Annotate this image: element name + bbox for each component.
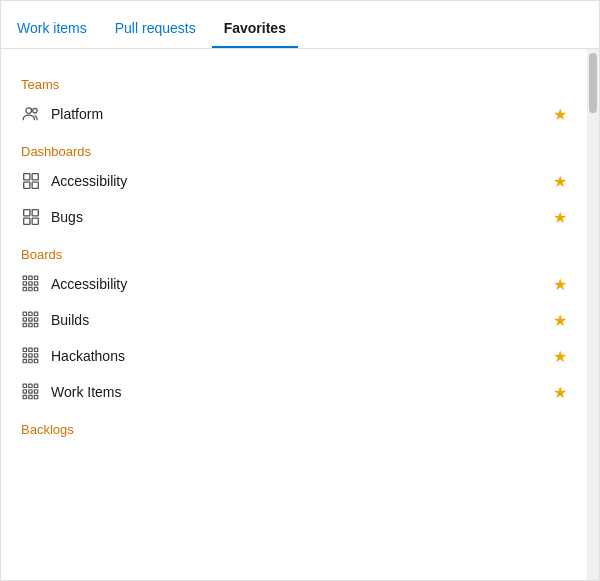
svg-rect-25 — [23, 323, 26, 326]
star-icon-platform[interactable]: ★ — [553, 105, 567, 124]
svg-rect-40 — [23, 390, 26, 393]
tab-bar: Work items Pull requests Favorites — [1, 1, 599, 49]
svg-rect-16 — [23, 287, 26, 290]
svg-rect-29 — [29, 348, 32, 351]
svg-rect-6 — [24, 210, 30, 216]
svg-rect-31 — [23, 354, 26, 357]
item-label-platform: Platform — [51, 106, 553, 122]
dashboard-icon-bugs — [21, 207, 41, 227]
svg-rect-44 — [29, 395, 32, 398]
item-label-builds-board: Builds — [51, 312, 553, 328]
svg-rect-3 — [32, 174, 38, 180]
dashboard-icon-accessibility — [21, 171, 41, 191]
svg-rect-20 — [29, 312, 32, 315]
svg-rect-21 — [34, 312, 37, 315]
board-icon-workitems — [21, 382, 41, 402]
app-container: Work items Pull requests Favorites Teams… — [0, 0, 600, 581]
board-icon-builds — [21, 310, 41, 330]
svg-rect-8 — [24, 218, 30, 224]
tab-favorites[interactable]: Favorites — [212, 8, 298, 48]
star-icon-workitems-board[interactable]: ★ — [553, 383, 567, 402]
svg-rect-19 — [23, 312, 26, 315]
item-label-accessibility-dash: Accessibility — [51, 173, 553, 189]
item-label-workitems-board: Work Items — [51, 384, 553, 400]
svg-rect-36 — [34, 359, 37, 362]
svg-rect-35 — [29, 359, 32, 362]
svg-rect-22 — [23, 318, 26, 321]
list-item-builds-board[interactable]: Builds ★ — [1, 302, 587, 338]
svg-point-1 — [33, 108, 38, 113]
svg-rect-38 — [29, 384, 32, 387]
star-icon-accessibility-board[interactable]: ★ — [553, 275, 567, 294]
svg-rect-39 — [34, 384, 37, 387]
section-header-backlogs: Backlogs — [1, 414, 587, 441]
svg-rect-33 — [34, 354, 37, 357]
svg-rect-41 — [29, 390, 32, 393]
board-icon-accessibility — [21, 274, 41, 294]
svg-rect-24 — [34, 318, 37, 321]
main-content: Teams Platform ★ Dashboards — [1, 49, 587, 580]
list-item-workitems-board[interactable]: Work Items ★ — [1, 374, 587, 410]
svg-rect-5 — [32, 182, 38, 188]
svg-rect-26 — [29, 323, 32, 326]
svg-rect-15 — [34, 282, 37, 285]
svg-rect-18 — [34, 287, 37, 290]
scrollbar[interactable] — [587, 49, 599, 580]
tab-pull-requests[interactable]: Pull requests — [103, 8, 208, 48]
list-item-accessibility-board[interactable]: Accessibility ★ — [1, 266, 587, 302]
star-icon-hackathons-board[interactable]: ★ — [553, 347, 567, 366]
svg-rect-32 — [29, 354, 32, 357]
svg-rect-27 — [34, 323, 37, 326]
svg-rect-7 — [32, 210, 38, 216]
svg-rect-12 — [34, 276, 37, 279]
list-item-hackathons-board[interactable]: Hackathons ★ — [1, 338, 587, 374]
section-header-boards: Boards — [1, 239, 587, 266]
list-item-bugs-dashboard[interactable]: Bugs ★ — [1, 199, 587, 235]
people-icon — [21, 104, 41, 124]
svg-rect-11 — [29, 276, 32, 279]
svg-rect-23 — [29, 318, 32, 321]
svg-rect-9 — [32, 218, 38, 224]
item-label-hackathons-board: Hackathons — [51, 348, 553, 364]
tab-work-items[interactable]: Work items — [17, 8, 99, 48]
svg-rect-37 — [23, 384, 26, 387]
content-wrapper: Teams Platform ★ Dashboards — [1, 49, 599, 580]
svg-rect-42 — [34, 390, 37, 393]
section-header-dashboards: Dashboards — [1, 136, 587, 163]
svg-rect-2 — [24, 174, 30, 180]
scrollbar-thumb[interactable] — [589, 53, 597, 113]
svg-rect-13 — [23, 282, 26, 285]
svg-rect-28 — [23, 348, 26, 351]
svg-rect-10 — [23, 276, 26, 279]
item-label-accessibility-board: Accessibility — [51, 276, 553, 292]
svg-rect-43 — [23, 395, 26, 398]
star-icon-accessibility-dash[interactable]: ★ — [553, 172, 567, 191]
item-label-bugs-dash: Bugs — [51, 209, 553, 225]
svg-rect-45 — [34, 395, 37, 398]
svg-point-0 — [26, 108, 32, 114]
svg-rect-34 — [23, 359, 26, 362]
svg-rect-14 — [29, 282, 32, 285]
svg-rect-4 — [24, 182, 30, 188]
board-icon-hackathons — [21, 346, 41, 366]
star-icon-builds-board[interactable]: ★ — [553, 311, 567, 330]
svg-rect-30 — [34, 348, 37, 351]
list-item-platform[interactable]: Platform ★ — [1, 96, 587, 132]
list-item-accessibility-dashboard[interactable]: Accessibility ★ — [1, 163, 587, 199]
svg-rect-17 — [29, 287, 32, 290]
section-header-teams: Teams — [1, 69, 587, 96]
star-icon-bugs-dash[interactable]: ★ — [553, 208, 567, 227]
